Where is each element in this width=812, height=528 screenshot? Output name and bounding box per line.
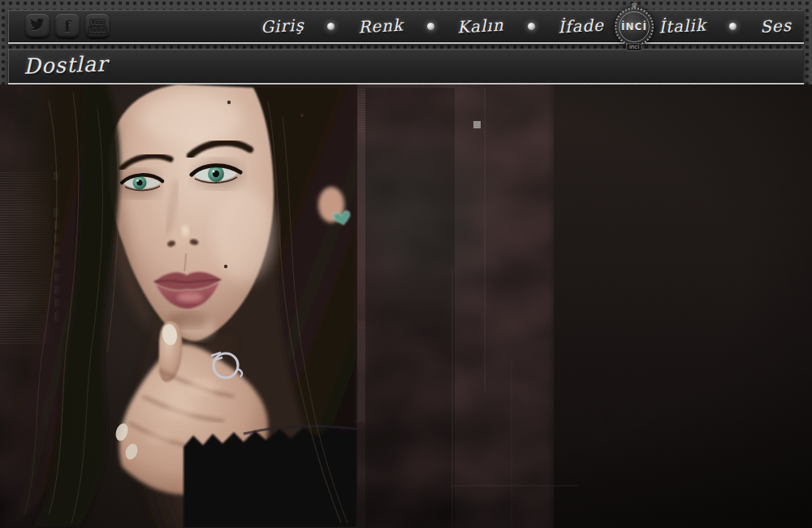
top-nav-bar: f You Tube Giriş Renk Kalın İfade İtalik…	[8, 10, 804, 42]
mole	[224, 265, 227, 268]
inci-logo-subtext: inci	[626, 43, 642, 51]
twitter-icon	[30, 18, 45, 34]
menu-item-giris[interactable]: Giriş	[260, 15, 304, 37]
menu-item-ses[interactable]: Ses	[759, 15, 792, 37]
inci-logo[interactable]: ♛ İNCİ inci	[615, 7, 654, 46]
nav-separator-dot	[528, 23, 535, 30]
main-menu: Giriş Renk Kalın İfade İtalik Ses ♛ İNCİ…	[261, 11, 792, 41]
facebook-icon: f	[64, 17, 71, 35]
menu-item-renk[interactable]: Renk	[357, 15, 404, 37]
friends-bar-label: Dostlar	[24, 51, 109, 79]
artwork-area: Hiç darılmadım diye, Hiç Kırılmadım Sand…	[0, 84, 812, 528]
hair-left	[0, 84, 120, 528]
social-links: f You Tube	[25, 14, 110, 38]
mole	[227, 101, 231, 104]
mole	[300, 114, 304, 117]
facebook-button[interactable]: f	[55, 14, 80, 38]
menu-item-ifade[interactable]: İfade	[558, 15, 605, 37]
inci-logo-text: İNCİ	[619, 11, 650, 42]
nav-separator-dot	[729, 23, 736, 30]
left-eye	[122, 175, 162, 190]
nav-separator-dot	[427, 23, 434, 30]
youtube-button[interactable]: You Tube	[85, 14, 110, 38]
youtube-icon-line2: Tube	[88, 26, 108, 34]
page: f You Tube Giriş Renk Kalın İfade İtalik…	[0, 0, 812, 528]
menu-item-kalin[interactable]: Kalın	[457, 15, 505, 37]
youtube-icon: You	[89, 19, 106, 27]
woman-portrait	[0, 84, 357, 528]
nav-separator-dot	[327, 23, 335, 30]
menu-item-italik[interactable]: İtalik	[658, 15, 706, 37]
inci-logo-ring: İNCİ	[615, 7, 654, 46]
friends-bar[interactable]: Dostlar	[8, 49, 804, 83]
twitter-button[interactable]	[25, 14, 50, 38]
